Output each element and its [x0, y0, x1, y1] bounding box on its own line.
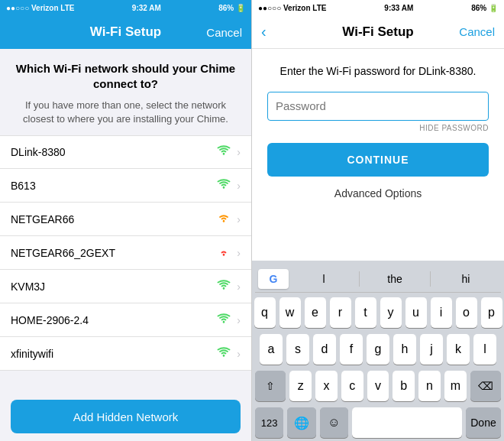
- right-nav-bar: ‹ Wi-Fi Setup Cancel: [252, 15, 504, 49]
- chevron-right-icon: ›: [237, 314, 241, 326]
- suggestion-2[interactable]: the: [360, 273, 430, 285]
- main-question: Which Wi-Fi network should your Chime co…: [15, 61, 236, 91]
- network-name: xfinitywifi: [11, 348, 217, 360]
- emoji-key[interactable]: ☺: [320, 407, 348, 438]
- key-q[interactable]: q: [254, 297, 276, 328]
- keyboard-suggestions: G l the hi: [255, 265, 501, 293]
- svg-point-6: [223, 355, 225, 356]
- key-d[interactable]: d: [313, 334, 336, 365]
- left-time: 9:32 AM: [132, 4, 161, 12]
- right-cancel-button[interactable]: Cancel: [459, 25, 495, 38]
- network-list: DLink-8380›B613›NETGEAR66›NETGEAR66_2GEX…: [0, 135, 251, 392]
- network-item[interactable]: B613›: [0, 169, 251, 203]
- left-status-bar: ●●○○○ Verizon LTE 9:32 AM 86% 🔋: [0, 0, 251, 15]
- shift-key[interactable]: ⇧: [255, 371, 286, 401]
- left-header: Which Wi-Fi network should your Chime co…: [0, 49, 251, 135]
- key-row-bottom: 123🌐☺Done: [255, 407, 501, 438]
- wifi-signal-icon: [217, 212, 231, 226]
- key-r[interactable]: r: [330, 297, 351, 328]
- globe-key[interactable]: 🌐: [287, 407, 315, 438]
- network-item[interactable]: NETGEAR66›: [0, 203, 251, 236]
- left-nav-title: Wi-Fi Setup: [90, 24, 161, 40]
- network-name: B613: [11, 180, 217, 192]
- wifi-signal-icon: [217, 347, 231, 361]
- key-s[interactable]: s: [286, 334, 309, 365]
- suggestion-1[interactable]: l: [289, 273, 359, 285]
- key-row-3: ⇧zxcvbnm⌫: [255, 371, 501, 401]
- svg-point-0: [223, 154, 225, 155]
- wifi-signal-icon: [217, 313, 231, 327]
- google-icon: G: [258, 269, 289, 289]
- right-battery: 86% 🔋: [471, 4, 498, 12]
- wifi-signal-icon: [217, 246, 231, 260]
- network-item[interactable]: KVM3J›: [0, 270, 251, 303]
- key-m[interactable]: m: [444, 371, 467, 401]
- key-b[interactable]: b: [393, 371, 415, 401]
- password-input[interactable]: [267, 92, 489, 121]
- key-o[interactable]: o: [456, 297, 477, 328]
- right-nav-title: Wi-Fi Setup: [342, 24, 413, 40]
- key-l[interactable]: l: [473, 334, 496, 365]
- network-item[interactable]: HOME-2906-2.4›: [0, 303, 251, 337]
- left-content: Which Wi-Fi network should your Chime co…: [0, 49, 251, 441]
- key-w[interactable]: w: [279, 297, 301, 328]
- keyboard-rows: qwertyuiop asdfghjkl ⇧zxcvbnm⌫ 123🌐☺Done: [255, 297, 501, 438]
- add-hidden-network-button[interactable]: Add Hidden Network: [11, 400, 241, 433]
- left-carrier: ●●○○○ Verizon LTE: [6, 4, 74, 12]
- wifi-password-header: Enter the Wi-Fi password for DLink-8380.: [267, 64, 489, 79]
- key-y[interactable]: y: [380, 297, 402, 328]
- chevron-right-icon: ›: [237, 348, 241, 360]
- key-c[interactable]: c: [341, 371, 363, 401]
- key-i[interactable]: i: [431, 297, 452, 328]
- chevron-right-icon: ›: [237, 280, 241, 293]
- password-field-wrapper: [267, 92, 489, 121]
- svg-point-2: [223, 220, 225, 222]
- right-panel: ●●○○○ Verizon LTE 9:33 AM 86% 🔋 ‹ Wi-Fi …: [252, 0, 504, 441]
- right-carrier: ●●○○○ Verizon LTE: [258, 4, 326, 12]
- svg-point-4: [223, 287, 225, 289]
- continue-button[interactable]: CONTINUE: [267, 143, 489, 177]
- advanced-options-link[interactable]: Advanced Options: [267, 187, 489, 199]
- back-button[interactable]: ‹: [261, 23, 267, 41]
- network-name: NETGEAR66: [11, 213, 217, 225]
- right-content: Enter the Wi-Fi password for DLink-8380.…: [252, 49, 504, 261]
- key-t[interactable]: t: [355, 297, 376, 328]
- chevron-right-icon: ›: [237, 213, 241, 225]
- hide-password-label[interactable]: HIDE PASSWORD: [267, 124, 489, 132]
- key-x[interactable]: x: [315, 371, 338, 401]
- wifi-signal-icon: [217, 179, 231, 193]
- space-key[interactable]: [352, 407, 462, 438]
- svg-point-3: [223, 254, 225, 255]
- key-k[interactable]: k: [447, 334, 470, 365]
- chevron-right-icon: ›: [237, 146, 241, 158]
- network-item[interactable]: NETGEAR66_2GEXT›: [0, 236, 251, 270]
- numbers-key[interactable]: 123: [255, 407, 283, 438]
- key-h[interactable]: h: [393, 334, 416, 365]
- key-g[interactable]: g: [367, 334, 389, 365]
- chevron-right-icon: ›: [237, 180, 241, 192]
- left-battery: 86% 🔋: [218, 4, 245, 12]
- network-item[interactable]: DLink-8380›: [0, 135, 251, 169]
- key-p[interactable]: p: [481, 297, 502, 328]
- key-j[interactable]: j: [420, 334, 443, 365]
- left-cancel-button[interactable]: Cancel: [206, 26, 242, 39]
- suggestion-3[interactable]: hi: [431, 273, 501, 285]
- done-key[interactable]: Done: [466, 407, 501, 438]
- network-name: NETGEAR66_2GEXT: [11, 247, 217, 259]
- chevron-right-icon: ›: [237, 247, 241, 259]
- key-e[interactable]: e: [305, 297, 326, 328]
- wifi-signal-icon: [217, 145, 231, 159]
- network-item[interactable]: xfinitywifi›: [0, 337, 251, 371]
- network-name: KVM3J: [11, 280, 217, 293]
- key-v[interactable]: v: [367, 371, 389, 401]
- left-panel: ●●○○○ Verizon LTE 9:32 AM 86% 🔋 Wi-Fi Se…: [0, 0, 252, 441]
- key-u[interactable]: u: [405, 297, 427, 328]
- key-z[interactable]: z: [289, 371, 312, 401]
- keyboard-area: G l the hi qwertyuiop asdfghjkl ⇧zxcvbnm…: [252, 261, 504, 441]
- key-row-2: asdfghjkl: [255, 334, 501, 365]
- key-n[interactable]: n: [418, 371, 441, 401]
- key-f[interactable]: f: [340, 334, 363, 365]
- key-a[interactable]: a: [260, 334, 283, 365]
- wifi-signal-icon: [217, 280, 231, 293]
- delete-key[interactable]: ⌫: [470, 371, 501, 401]
